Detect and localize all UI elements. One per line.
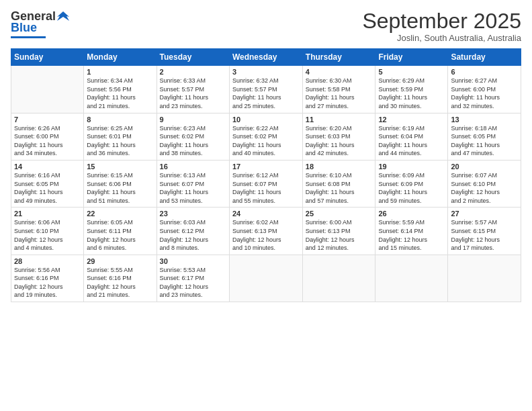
day-number: 22 xyxy=(87,210,153,218)
day-info: Sunrise: 5:59 AM Sunset: 6:14 PM Dayligh… xyxy=(378,218,445,252)
day-number: 20 xyxy=(451,163,518,171)
calendar-cell: 7Sunrise: 6:26 AM Sunset: 6:00 PM Daylig… xyxy=(11,113,84,160)
calendar-cell: 27Sunrise: 5:57 AM Sunset: 6:15 PM Dayli… xyxy=(448,208,521,255)
day-info: Sunrise: 6:19 AM Sunset: 6:04 PM Dayligh… xyxy=(378,124,445,158)
day-info: Sunrise: 5:57 AM Sunset: 6:15 PM Dayligh… xyxy=(451,218,518,252)
calendar-cell: 13Sunrise: 6:18 AM Sunset: 6:05 PM Dayli… xyxy=(448,113,521,160)
day-number: 27 xyxy=(451,210,518,218)
day-info: Sunrise: 6:25 AM Sunset: 6:01 PM Dayligh… xyxy=(87,124,153,158)
calendar-header-row: Sunday Monday Tuesday Wednesday Thursday… xyxy=(11,49,521,66)
calendar-week-row: 21Sunrise: 6:06 AM Sunset: 6:10 PM Dayli… xyxy=(11,208,521,255)
day-info: Sunrise: 6:23 AM Sunset: 6:02 PM Dayligh… xyxy=(160,124,226,158)
day-number: 11 xyxy=(306,116,373,124)
calendar-cell: 24Sunrise: 6:02 AM Sunset: 6:13 PM Dayli… xyxy=(229,208,302,255)
location: Joslin, South Australia, Australia xyxy=(362,33,521,43)
day-number: 3 xyxy=(232,68,300,76)
calendar-cell xyxy=(448,255,521,302)
calendar-cell xyxy=(375,255,448,302)
calendar-cell: 16Sunrise: 6:13 AM Sunset: 6:07 PM Dayli… xyxy=(157,160,229,207)
col-sunday: Sunday xyxy=(11,49,84,66)
day-number: 10 xyxy=(232,116,300,124)
calendar-cell: 30Sunrise: 5:53 AM Sunset: 6:17 PM Dayli… xyxy=(157,255,229,302)
day-info: Sunrise: 6:27 AM Sunset: 6:00 PM Dayligh… xyxy=(451,77,518,110)
day-number: 30 xyxy=(160,257,226,265)
calendar-cell: 2Sunrise: 6:33 AM Sunset: 5:57 PM Daylig… xyxy=(157,66,229,113)
day-info: Sunrise: 6:10 AM Sunset: 6:08 PM Dayligh… xyxy=(306,171,373,205)
day-info: Sunrise: 6:12 AM Sunset: 6:07 PM Dayligh… xyxy=(232,171,300,205)
page-header: General Blue September 2025 Joslin, Sout… xyxy=(11,9,521,43)
calendar-cell: 14Sunrise: 6:16 AM Sunset: 6:05 PM Dayli… xyxy=(11,160,84,207)
day-info: Sunrise: 6:06 AM Sunset: 6:10 PM Dayligh… xyxy=(14,218,81,252)
svg-marker-0 xyxy=(57,11,69,21)
col-thursday: Thursday xyxy=(302,49,375,66)
logo-bird-icon xyxy=(57,10,69,22)
day-number: 18 xyxy=(306,163,373,171)
calendar-cell: 19Sunrise: 6:09 AM Sunset: 6:09 PM Dayli… xyxy=(375,160,448,207)
day-number: 12 xyxy=(378,116,445,124)
day-info: Sunrise: 6:30 AM Sunset: 5:58 PM Dayligh… xyxy=(306,77,373,110)
calendar-cell: 23Sunrise: 6:03 AM Sunset: 6:12 PM Dayli… xyxy=(157,208,229,255)
day-number: 15 xyxy=(87,163,153,171)
col-monday: Monday xyxy=(84,49,157,66)
day-number: 26 xyxy=(378,210,445,218)
calendar-cell: 26Sunrise: 5:59 AM Sunset: 6:14 PM Dayli… xyxy=(375,208,448,255)
day-info: Sunrise: 6:09 AM Sunset: 6:09 PM Dayligh… xyxy=(378,171,445,205)
calendar-week-row: 28Sunrise: 5:56 AM Sunset: 6:16 PM Dayli… xyxy=(11,255,521,302)
day-number: 7 xyxy=(14,116,81,124)
day-info: Sunrise: 6:33 AM Sunset: 5:57 PM Dayligh… xyxy=(160,77,226,110)
calendar-cell: 22Sunrise: 6:05 AM Sunset: 6:11 PM Dayli… xyxy=(84,208,157,255)
calendar-cell: 3Sunrise: 6:32 AM Sunset: 5:57 PM Daylig… xyxy=(229,66,302,113)
day-info: Sunrise: 6:26 AM Sunset: 6:00 PM Dayligh… xyxy=(14,124,81,158)
day-info: Sunrise: 6:07 AM Sunset: 6:10 PM Dayligh… xyxy=(451,171,518,205)
calendar-cell xyxy=(229,255,302,302)
month-title: September 2025 xyxy=(362,9,521,33)
col-saturday: Saturday xyxy=(448,49,521,66)
calendar-cell: 15Sunrise: 6:15 AM Sunset: 6:06 PM Dayli… xyxy=(84,160,157,207)
day-number: 24 xyxy=(232,210,300,218)
logo-divider xyxy=(11,36,46,38)
calendar-week-row: 14Sunrise: 6:16 AM Sunset: 6:05 PM Dayli… xyxy=(11,160,521,207)
day-number: 1 xyxy=(87,68,153,76)
day-number: 14 xyxy=(14,163,81,171)
day-info: Sunrise: 6:00 AM Sunset: 6:13 PM Dayligh… xyxy=(306,218,373,252)
day-number: 4 xyxy=(306,68,373,76)
col-friday: Friday xyxy=(375,49,448,66)
day-info: Sunrise: 6:13 AM Sunset: 6:07 PM Dayligh… xyxy=(160,171,226,205)
calendar-cell: 10Sunrise: 6:22 AM Sunset: 6:02 PM Dayli… xyxy=(229,113,302,160)
calendar-cell: 21Sunrise: 6:06 AM Sunset: 6:10 PM Dayli… xyxy=(11,208,84,255)
col-wednesday: Wednesday xyxy=(229,49,302,66)
day-number: 21 xyxy=(14,210,81,218)
calendar-table: Sunday Monday Tuesday Wednesday Thursday… xyxy=(11,48,521,302)
day-info: Sunrise: 6:16 AM Sunset: 6:05 PM Dayligh… xyxy=(14,171,81,205)
calendar-cell xyxy=(302,255,375,302)
day-info: Sunrise: 6:34 AM Sunset: 5:56 PM Dayligh… xyxy=(87,77,153,110)
calendar-cell: 11Sunrise: 6:20 AM Sunset: 6:03 PM Dayli… xyxy=(302,113,375,160)
day-info: Sunrise: 6:29 AM Sunset: 5:59 PM Dayligh… xyxy=(378,77,445,110)
day-number: 29 xyxy=(87,257,153,265)
day-info: Sunrise: 6:32 AM Sunset: 5:57 PM Dayligh… xyxy=(232,77,300,110)
day-info: Sunrise: 6:18 AM Sunset: 6:05 PM Dayligh… xyxy=(451,124,518,158)
day-info: Sunrise: 5:55 AM Sunset: 6:16 PM Dayligh… xyxy=(87,266,153,300)
calendar-cell: 25Sunrise: 6:00 AM Sunset: 6:13 PM Dayli… xyxy=(302,208,375,255)
calendar-cell: 18Sunrise: 6:10 AM Sunset: 6:08 PM Dayli… xyxy=(302,160,375,207)
col-tuesday: Tuesday xyxy=(157,49,229,66)
calendar-cell: 9Sunrise: 6:23 AM Sunset: 6:02 PM Daylig… xyxy=(157,113,229,160)
day-number: 23 xyxy=(160,210,226,218)
calendar-cell: 6Sunrise: 6:27 AM Sunset: 6:00 PM Daylig… xyxy=(448,66,521,113)
day-number: 16 xyxy=(160,163,226,171)
calendar-cell: 1Sunrise: 6:34 AM Sunset: 5:56 PM Daylig… xyxy=(84,66,157,113)
day-number: 17 xyxy=(232,163,300,171)
day-info: Sunrise: 6:15 AM Sunset: 6:06 PM Dayligh… xyxy=(87,171,153,205)
day-number: 13 xyxy=(451,116,518,124)
day-info: Sunrise: 6:05 AM Sunset: 6:11 PM Dayligh… xyxy=(87,218,153,252)
calendar-cell: 12Sunrise: 6:19 AM Sunset: 6:04 PM Dayli… xyxy=(375,113,448,160)
calendar-cell xyxy=(11,66,84,113)
day-number: 2 xyxy=(160,68,226,76)
day-info: Sunrise: 6:22 AM Sunset: 6:02 PM Dayligh… xyxy=(232,124,300,158)
calendar-cell: 8Sunrise: 6:25 AM Sunset: 6:01 PM Daylig… xyxy=(84,113,157,160)
day-number: 28 xyxy=(14,257,81,265)
logo: General Blue xyxy=(11,9,69,38)
day-number: 25 xyxy=(306,210,373,218)
day-number: 19 xyxy=(378,163,445,171)
calendar-week-row: 1Sunrise: 6:34 AM Sunset: 5:56 PM Daylig… xyxy=(11,66,521,113)
